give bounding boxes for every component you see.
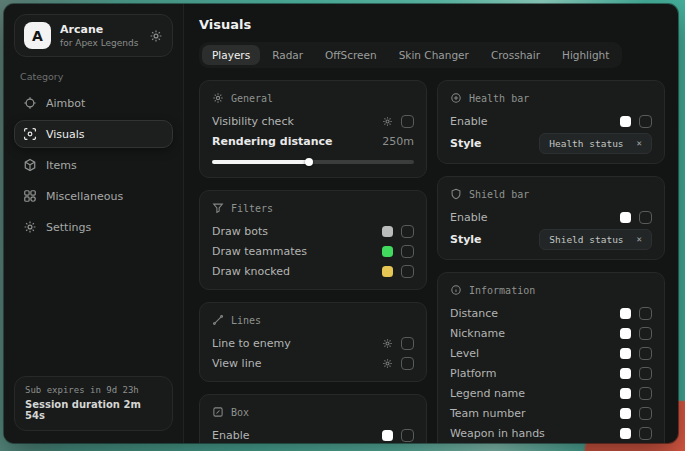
health-style-select[interactable]: Health status ✕ [539, 133, 652, 154]
color-swatch[interactable] [620, 408, 631, 419]
setting-row-legend-name: Legend name [450, 383, 652, 403]
sidebar-item-label: Settings [46, 221, 91, 234]
health-cross-icon [450, 92, 462, 104]
draw-bots-checkbox[interactable] [401, 225, 414, 238]
app-name: Arcane [60, 23, 138, 36]
setting-row-platform: Platform [450, 363, 652, 383]
sidebar: A Arcane for Apex Legends Category Aimbo… [4, 4, 184, 443]
main-content: Visuals Players Radar OffScreen Skin Cha… [184, 4, 678, 443]
card-general: General Visibility check [199, 80, 427, 178]
card-title: Box [231, 407, 249, 418]
sidebar-item-visuals[interactable]: Visuals [14, 120, 173, 148]
card-title: Shield bar [469, 189, 529, 200]
color-swatch[interactable] [620, 328, 631, 339]
chip-label: Shield status [549, 234, 623, 245]
grid-icon [23, 189, 37, 203]
setting-row-line-to-enemy: Line to enemy [212, 333, 414, 353]
color-swatch[interactable] [382, 430, 393, 441]
card-title: General [231, 93, 273, 104]
sidebar-item-label: Aimbot [46, 97, 85, 110]
gear-icon[interactable] [382, 338, 393, 349]
color-swatch[interactable] [382, 226, 393, 237]
page-title: Visuals [199, 17, 665, 32]
line-to-enemy-checkbox[interactable] [401, 337, 414, 350]
color-swatch[interactable] [620, 308, 631, 319]
app-window: A Arcane for Apex Legends Category Aimbo… [4, 4, 678, 443]
sidebar-item-items[interactable]: Items [14, 151, 173, 179]
card-information: Information Distance Nickname [437, 272, 665, 443]
health-enable-checkbox[interactable] [639, 115, 652, 128]
distance-checkbox[interactable] [639, 307, 652, 320]
crosshair-icon [23, 96, 37, 110]
tab-skin-changer[interactable]: Skin Changer [389, 45, 479, 65]
card-box: Box Enable Enable background [199, 394, 427, 443]
session-duration-text: Session duration 2m 54s [25, 399, 162, 421]
color-swatch[interactable] [620, 116, 631, 127]
slider-thumb[interactable] [305, 158, 313, 166]
draw-teammates-checkbox[interactable] [401, 245, 414, 258]
sidebar-item-label: Items [46, 159, 77, 172]
setting-row-draw-bots: Draw bots [212, 221, 414, 241]
card-filters: Filters Draw bots Draw teammates [199, 190, 427, 290]
team-number-checkbox[interactable] [639, 407, 652, 420]
setting-row-level: Level [450, 343, 652, 363]
weapon-in-hands-checkbox[interactable] [639, 427, 652, 440]
draw-knocked-checkbox[interactable] [401, 265, 414, 278]
card-title: Filters [231, 203, 273, 214]
view-line-checkbox[interactable] [401, 357, 414, 370]
color-swatch[interactable] [620, 368, 631, 379]
visibility-check-checkbox[interactable] [401, 115, 414, 128]
setting-row-view-line: View line [212, 353, 414, 373]
shield-enable-checkbox[interactable] [639, 211, 652, 224]
rendering-distance-value: 250m [382, 135, 414, 148]
color-swatch[interactable] [620, 428, 631, 439]
legend-name-checkbox[interactable] [639, 387, 652, 400]
card-title: Lines [231, 315, 261, 326]
chip-label: Health status [549, 138, 623, 149]
box-outline-icon [212, 406, 224, 418]
sidebar-item-miscellaneous[interactable]: Miscellaneous [14, 182, 173, 210]
rendering-distance-slider[interactable] [212, 160, 414, 164]
card-lines: Lines Line to enemy [199, 302, 427, 382]
setting-row-team-number: Team number [450, 403, 652, 423]
color-swatch[interactable] [620, 348, 631, 359]
sidebar-item-aimbot[interactable]: Aimbot [14, 89, 173, 117]
setting-row-weapon-in-hands: Weapon in hands [450, 423, 652, 443]
app-subtitle: for Apex Legends [60, 38, 138, 48]
gear-icon[interactable] [382, 116, 393, 127]
close-icon[interactable]: ✕ [637, 138, 642, 148]
setting-row-rendering-distance: Rendering distance 250m [212, 131, 414, 151]
level-checkbox[interactable] [639, 347, 652, 360]
tab-crosshair[interactable]: Crosshair [481, 45, 550, 65]
shield-style-select[interactable]: Shield status ✕ [539, 229, 652, 250]
sub-expiry-text: Sub expires in 9d 23h [25, 385, 162, 395]
color-swatch[interactable] [382, 266, 393, 277]
tab-radar[interactable]: Radar [262, 45, 313, 65]
setting-row-nickname: Nickname [450, 323, 652, 343]
setting-row-draw-knocked: Draw knocked [212, 261, 414, 281]
platform-checkbox[interactable] [639, 367, 652, 380]
gear-icon [23, 220, 37, 234]
diagonal-line-icon [212, 314, 224, 326]
sidebar-item-settings[interactable]: Settings [14, 213, 173, 241]
tab-players[interactable]: Players [202, 45, 260, 65]
tab-highlight[interactable]: Highlight [552, 45, 619, 65]
setting-row-health-enable: Enable [450, 111, 652, 131]
setting-row-draw-teammates: Draw teammates [212, 241, 414, 261]
setting-row-box-enable: Enable [212, 425, 414, 443]
color-swatch[interactable] [620, 212, 631, 223]
package-icon [23, 158, 37, 172]
app-logo: A [24, 22, 51, 49]
nickname-checkbox[interactable] [639, 327, 652, 340]
tab-offscreen[interactable]: OffScreen [315, 45, 387, 65]
color-swatch[interactable] [620, 388, 631, 399]
card-shield-bar: Shield bar Enable Style Shield status [437, 176, 665, 260]
color-swatch[interactable] [382, 246, 393, 257]
gear-icon[interactable] [382, 358, 393, 369]
settings-gear-icon[interactable] [149, 29, 163, 43]
info-icon [450, 284, 462, 296]
setting-row-shield-enable: Enable [450, 207, 652, 227]
box-enable-checkbox[interactable] [401, 429, 414, 442]
close-icon[interactable]: ✕ [637, 234, 642, 244]
funnel-icon [212, 202, 224, 214]
